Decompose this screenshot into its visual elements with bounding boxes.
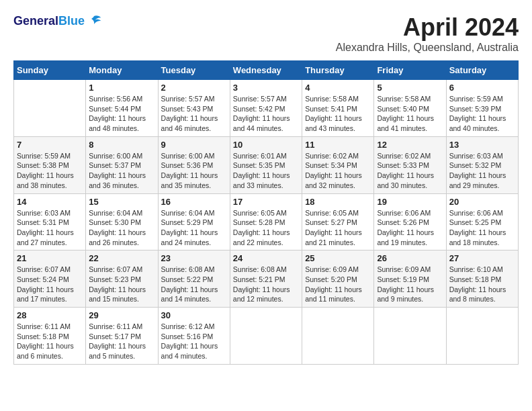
calendar-cell: 12Sunrise: 6:02 AMSunset: 5:33 PMDayligh… — [374, 136, 446, 193]
day-info: Sunrise: 6:02 AMSunset: 5:34 PMDaylight:… — [305, 151, 371, 191]
day-number: 10 — [233, 140, 299, 150]
calendar-cell — [230, 308, 302, 365]
day-info: Sunrise: 6:09 AMSunset: 5:20 PMDaylight:… — [305, 265, 371, 304]
calendar-cell: 25Sunrise: 6:09 AMSunset: 5:20 PMDayligh… — [302, 250, 374, 308]
day-number: 5 — [377, 83, 443, 93]
calendar-week-row: 14Sunrise: 6:03 AMSunset: 5:31 PMDayligh… — [14, 193, 519, 250]
day-number: 17 — [233, 197, 299, 207]
day-info: Sunrise: 5:58 AMSunset: 5:41 PMDaylight:… — [305, 94, 371, 134]
weekday-header-sunday: Sunday — [14, 61, 86, 80]
calendar-cell: 16Sunrise: 6:04 AMSunset: 5:29 PMDayligh… — [158, 193, 230, 250]
day-info: Sunrise: 5:56 AMSunset: 5:44 PMDaylight:… — [89, 94, 154, 134]
day-info: Sunrise: 6:01 AMSunset: 5:35 PMDaylight:… — [233, 151, 299, 191]
day-info: Sunrise: 6:11 AMSunset: 5:17 PMDaylight:… — [89, 322, 154, 361]
calendar-header-row: SundayMondayTuesdayWednesdayThursdayFrid… — [14, 61, 519, 80]
day-number: 1 — [89, 83, 154, 93]
day-number: 25 — [305, 253, 371, 263]
day-number: 2 — [161, 83, 227, 93]
day-info: Sunrise: 6:09 AMSunset: 5:19 PMDaylight:… — [377, 265, 443, 304]
calendar-cell: 13Sunrise: 6:03 AMSunset: 5:32 PMDayligh… — [446, 136, 518, 193]
day-info: Sunrise: 6:04 AMSunset: 5:30 PMDaylight:… — [89, 208, 154, 248]
day-number: 20 — [449, 197, 515, 207]
calendar-cell: 8Sunrise: 6:00 AMSunset: 5:37 PMDaylight… — [86, 136, 158, 193]
day-number: 11 — [305, 140, 371, 150]
day-number: 16 — [161, 197, 227, 207]
logo: GeneralBlue — [13, 13, 102, 30]
logo-text: GeneralBlue — [13, 15, 85, 28]
location-title: Alexandra Hills, Queensland, Australia — [336, 42, 519, 54]
calendar-cell: 30Sunrise: 6:12 AMSunset: 5:16 PMDayligh… — [158, 308, 230, 365]
day-info: Sunrise: 6:05 AMSunset: 5:28 PMDaylight:… — [233, 208, 299, 248]
calendar-cell: 26Sunrise: 6:09 AMSunset: 5:19 PMDayligh… — [374, 250, 446, 308]
calendar-cell: 2Sunrise: 5:57 AMSunset: 5:43 PMDaylight… — [158, 80, 230, 137]
day-info: Sunrise: 5:57 AMSunset: 5:43 PMDaylight:… — [161, 94, 227, 134]
day-info: Sunrise: 6:06 AMSunset: 5:26 PMDaylight:… — [377, 208, 443, 248]
day-info: Sunrise: 6:00 AMSunset: 5:36 PMDaylight:… — [161, 151, 227, 191]
calendar-cell: 7Sunrise: 5:59 AMSunset: 5:38 PMDaylight… — [14, 136, 86, 193]
calendar-body: 1Sunrise: 5:56 AMSunset: 5:44 PMDaylight… — [14, 80, 519, 365]
calendar-cell: 23Sunrise: 6:08 AMSunset: 5:22 PMDayligh… — [158, 250, 230, 308]
day-number: 9 — [161, 140, 227, 150]
day-number: 18 — [305, 197, 371, 207]
calendar-cell — [14, 80, 86, 137]
day-number: 29 — [89, 310, 154, 320]
month-title: April 2024 — [336, 13, 519, 42]
day-info: Sunrise: 6:08 AMSunset: 5:21 PMDaylight:… — [233, 265, 299, 304]
day-info: Sunrise: 6:07 AMSunset: 5:23 PMDaylight:… — [89, 265, 154, 304]
calendar-cell: 9Sunrise: 6:00 AMSunset: 5:36 PMDaylight… — [158, 136, 230, 193]
calendar-cell: 1Sunrise: 5:56 AMSunset: 5:44 PMDaylight… — [86, 80, 158, 137]
day-number: 27 — [449, 253, 515, 263]
calendar-cell: 17Sunrise: 6:05 AMSunset: 5:28 PMDayligh… — [230, 193, 302, 250]
weekday-header-friday: Friday — [374, 61, 446, 80]
calendar-week-row: 21Sunrise: 6:07 AMSunset: 5:24 PMDayligh… — [14, 250, 519, 308]
day-number: 19 — [377, 197, 443, 207]
calendar-cell: 5Sunrise: 5:58 AMSunset: 5:40 PMDaylight… — [374, 80, 446, 137]
day-info: Sunrise: 5:58 AMSunset: 5:40 PMDaylight:… — [377, 94, 443, 134]
calendar-cell: 4Sunrise: 5:58 AMSunset: 5:41 PMDaylight… — [302, 80, 374, 137]
day-number: 3 — [233, 83, 299, 93]
day-info: Sunrise: 5:57 AMSunset: 5:42 PMDaylight:… — [233, 94, 299, 134]
calendar-cell: 21Sunrise: 6:07 AMSunset: 5:24 PMDayligh… — [14, 250, 86, 308]
day-info: Sunrise: 6:05 AMSunset: 5:27 PMDaylight:… — [305, 208, 371, 248]
calendar-cell: 20Sunrise: 6:06 AMSunset: 5:25 PMDayligh… — [446, 193, 518, 250]
day-number: 22 — [89, 253, 154, 263]
day-number: 23 — [161, 253, 227, 263]
weekday-header-saturday: Saturday — [446, 61, 518, 80]
calendar-cell: 10Sunrise: 6:01 AMSunset: 5:35 PMDayligh… — [230, 136, 302, 193]
day-info: Sunrise: 6:07 AMSunset: 5:24 PMDaylight:… — [17, 265, 83, 304]
logo-bird-icon — [86, 13, 102, 30]
calendar-cell — [446, 308, 518, 365]
day-number: 13 — [449, 140, 515, 150]
calendar-cell: 18Sunrise: 6:05 AMSunset: 5:27 PMDayligh… — [302, 193, 374, 250]
day-info: Sunrise: 6:08 AMSunset: 5:22 PMDaylight:… — [161, 265, 227, 304]
day-info: Sunrise: 6:06 AMSunset: 5:25 PMDaylight:… — [449, 208, 515, 248]
calendar-cell: 29Sunrise: 6:11 AMSunset: 5:17 PMDayligh… — [86, 308, 158, 365]
day-info: Sunrise: 5:59 AMSunset: 5:39 PMDaylight:… — [449, 94, 515, 134]
day-number: 15 — [89, 197, 154, 207]
day-number: 4 — [305, 83, 371, 93]
day-number: 21 — [17, 253, 83, 263]
calendar-week-row: 7Sunrise: 5:59 AMSunset: 5:38 PMDaylight… — [14, 136, 519, 193]
day-info: Sunrise: 5:59 AMSunset: 5:38 PMDaylight:… — [17, 151, 83, 191]
weekday-header-tuesday: Tuesday — [158, 61, 230, 80]
day-number: 30 — [161, 310, 227, 320]
calendar-week-row: 28Sunrise: 6:11 AMSunset: 5:18 PMDayligh… — [14, 308, 519, 365]
day-info: Sunrise: 6:02 AMSunset: 5:33 PMDaylight:… — [377, 151, 443, 191]
day-number: 24 — [233, 253, 299, 263]
day-number: 12 — [377, 140, 443, 150]
day-info: Sunrise: 6:03 AMSunset: 5:32 PMDaylight:… — [449, 151, 515, 191]
calendar-cell: 24Sunrise: 6:08 AMSunset: 5:21 PMDayligh… — [230, 250, 302, 308]
calendar-cell: 28Sunrise: 6:11 AMSunset: 5:18 PMDayligh… — [14, 308, 86, 365]
calendar-cell: 27Sunrise: 6:10 AMSunset: 5:18 PMDayligh… — [446, 250, 518, 308]
calendar-cell: 3Sunrise: 5:57 AMSunset: 5:42 PMDaylight… — [230, 80, 302, 137]
day-number: 6 — [449, 83, 515, 93]
weekday-header-wednesday: Wednesday — [230, 61, 302, 80]
calendar-cell — [302, 308, 374, 365]
day-number: 14 — [17, 197, 83, 207]
calendar-cell: 14Sunrise: 6:03 AMSunset: 5:31 PMDayligh… — [14, 193, 86, 250]
calendar-cell: 11Sunrise: 6:02 AMSunset: 5:34 PMDayligh… — [302, 136, 374, 193]
day-number: 7 — [17, 140, 83, 150]
day-info: Sunrise: 6:04 AMSunset: 5:29 PMDaylight:… — [161, 208, 227, 248]
title-area: April 2024 Alexandra Hills, Queensland, … — [336, 13, 519, 54]
page-header: GeneralBlue April 2024 Alexandra Hills, … — [13, 13, 519, 54]
